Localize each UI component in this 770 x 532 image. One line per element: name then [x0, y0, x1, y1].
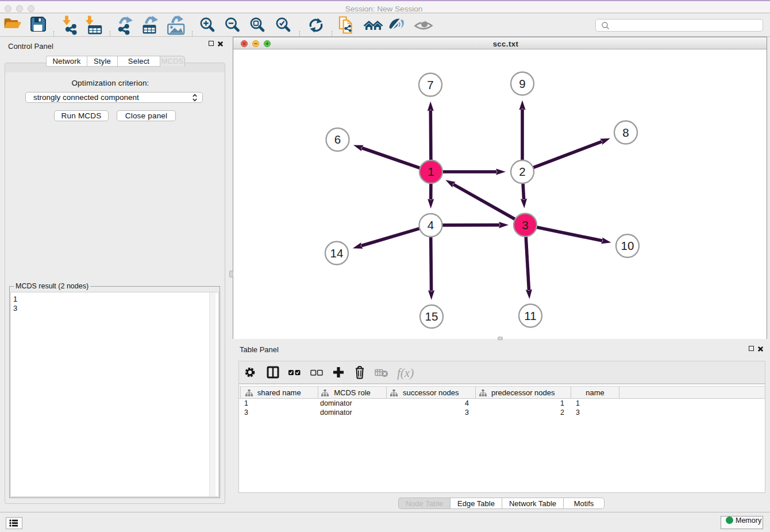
svg-text:4: 4	[428, 218, 434, 232]
svg-text:15: 15	[425, 310, 438, 323]
svg-text:6: 6	[334, 133, 341, 146]
svg-text:1: 1	[428, 165, 434, 178]
svg-text:f(x): f(x)	[397, 366, 414, 380]
svg-text:7: 7	[427, 78, 433, 91]
svg-text:3: 3	[522, 218, 528, 232]
svg-text:2: 2	[519, 165, 525, 178]
svg-text:11: 11	[524, 309, 536, 322]
svg-text:10: 10	[621, 239, 634, 252]
svg-text:9: 9	[519, 77, 525, 90]
svg-text:14: 14	[330, 246, 344, 260]
svg-text:8: 8	[622, 126, 629, 139]
